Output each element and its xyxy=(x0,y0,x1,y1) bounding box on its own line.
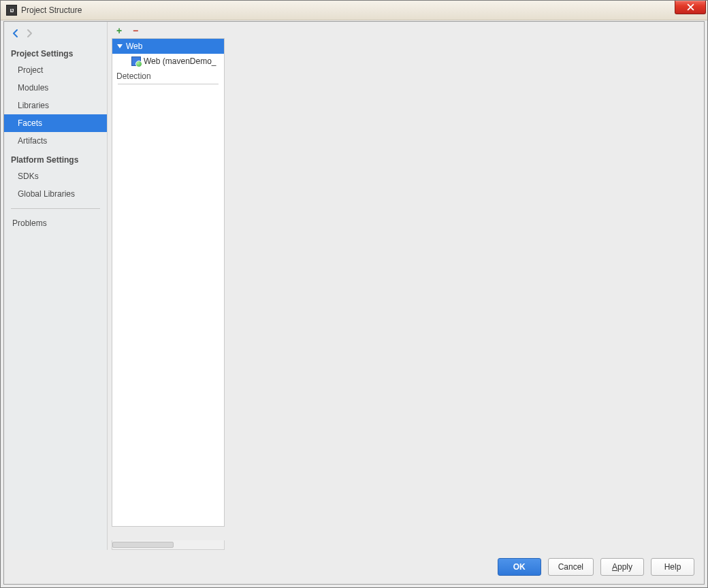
nav-problems[interactable]: Problems xyxy=(4,214,107,232)
nav-divider xyxy=(11,208,100,209)
window-title: Project Structure xyxy=(21,5,82,15)
nav-libraries[interactable]: Libraries xyxy=(4,97,107,114)
facets-list: Web Web (mavenDemo_ Detection xyxy=(112,38,225,527)
plus-icon: + xyxy=(116,26,122,35)
ok-button[interactable]: OK xyxy=(498,558,541,576)
arrow-left-icon xyxy=(11,29,20,38)
detection-row[interactable]: Detection xyxy=(112,69,224,84)
close-icon xyxy=(687,3,694,11)
web-facet-icon xyxy=(131,56,141,66)
apply-button[interactable]: Apply xyxy=(600,558,644,576)
facets-hscrollbar[interactable] xyxy=(112,540,225,550)
nav-global-libraries[interactable]: Global Libraries xyxy=(4,185,107,203)
minus-icon: − xyxy=(133,26,138,35)
client-area: Project Settings Project Modules Librari… xyxy=(3,21,705,585)
arrow-right-icon xyxy=(25,29,34,38)
expand-toggle[interactable] xyxy=(116,43,123,50)
facet-root-label: Web xyxy=(126,42,142,51)
apply-label: Apply xyxy=(612,562,632,572)
facet-child-web[interactable]: Web (mavenDemo_ xyxy=(112,54,224,69)
details-pane xyxy=(227,22,704,550)
help-label: Help xyxy=(664,562,681,572)
facets-toolbar: + − xyxy=(112,24,227,38)
cancel-button[interactable]: Cancel xyxy=(548,558,594,576)
section-platform-settings: Platform Settings xyxy=(4,150,107,167)
add-facet-button[interactable]: + xyxy=(114,26,124,35)
section-project-settings: Project Settings xyxy=(4,44,107,61)
detection-label: Detection xyxy=(116,71,151,81)
back-button[interactable] xyxy=(10,27,22,39)
nav-history xyxy=(4,24,107,44)
cancel-label: Cancel xyxy=(558,562,583,572)
left-nav: Project Settings Project Modules Librari… xyxy=(4,22,108,550)
remove-facet-button[interactable]: − xyxy=(131,26,140,35)
body-row: Project Settings Project Modules Librari… xyxy=(4,22,704,550)
nav-artifacts[interactable]: Artifacts xyxy=(4,132,107,150)
triangle-down-icon xyxy=(117,44,123,49)
intellij-icon xyxy=(6,5,17,16)
nav-modules[interactable]: Modules xyxy=(4,79,107,97)
facets-column: + − Web xyxy=(108,22,227,550)
facet-root-web[interactable]: Web xyxy=(112,39,224,54)
nav-facets[interactable]: Facets xyxy=(4,114,107,132)
detection-underline xyxy=(118,84,219,84)
close-button[interactable] xyxy=(675,1,706,14)
ok-label: OK xyxy=(513,562,526,572)
titlebar[interactable]: Project Structure xyxy=(1,1,707,20)
facet-child-label: Web (mavenDemo_ xyxy=(144,56,216,66)
forward-button[interactable] xyxy=(23,27,35,39)
scrollbar-thumb[interactable] xyxy=(112,542,174,548)
nav-sdks[interactable]: SDKs xyxy=(4,167,107,185)
project-structure-window: Project Structure xyxy=(0,0,708,588)
help-button[interactable]: Help xyxy=(651,558,694,576)
button-bar: OK Cancel Apply Help xyxy=(4,550,704,584)
nav-project[interactable]: Project xyxy=(4,61,107,79)
